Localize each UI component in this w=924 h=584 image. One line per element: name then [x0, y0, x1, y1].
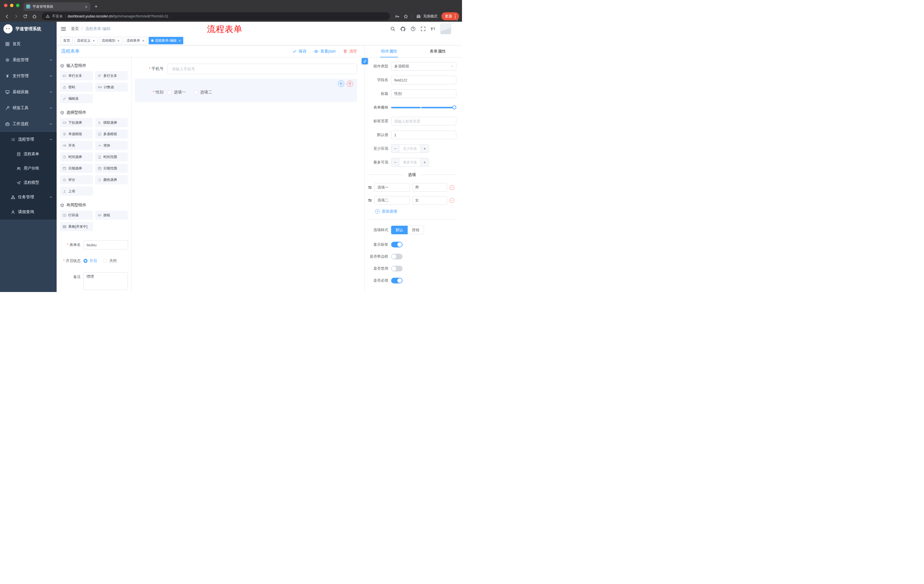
component-cascader[interactable]: 级联选择	[95, 118, 128, 127]
tag-close-icon[interactable]: ×	[92, 39, 95, 43]
sidebar-item-leave-query[interactable]: 请假查询	[0, 204, 57, 219]
remove-option-button[interactable]: −	[449, 185, 454, 190]
component-date-range[interactable]: 日期范围	[95, 164, 128, 173]
reload-button[interactable]	[21, 12, 29, 20]
save-button[interactable]: 保存	[292, 49, 307, 54]
github-icon[interactable]	[400, 26, 406, 32]
decrease-button[interactable]: −	[391, 158, 399, 166]
window-zoom-button[interactable]	[16, 4, 20, 7]
breadcrumb-home[interactable]: 首页	[71, 26, 79, 31]
sidebar-item-devtools[interactable]: 研发工具	[0, 100, 57, 116]
component-table[interactable]: 表格[开发中]	[60, 222, 93, 231]
field-name-input[interactable]	[391, 76, 456, 84]
font-size-icon[interactable]: TT	[431, 26, 436, 31]
sidebar-item-task-mgmt[interactable]: 任务管理	[0, 190, 57, 204]
style-default-button[interactable]: 默认	[391, 226, 408, 234]
help-icon[interactable]	[411, 26, 416, 31]
tag-process-definition[interactable]: 流程定义×	[74, 37, 97, 44]
sidebar-item-process-mgmt[interactable]: 流程管理	[0, 132, 57, 147]
drag-handle-icon[interactable]	[368, 185, 372, 190]
back-button[interactable]	[3, 12, 11, 20]
tag-close-icon[interactable]: ×	[179, 39, 181, 43]
decrease-button[interactable]: −	[391, 145, 399, 153]
component-textarea[interactable]: 多行文本	[95, 71, 128, 80]
phone-field-row[interactable]: 手机号	[135, 64, 357, 74]
security-warning-icon[interactable]	[46, 14, 50, 18]
increase-button[interactable]: +	[421, 158, 429, 166]
address-bar[interactable]: 不安全 dashboard.yudao.iocoder.cn/bpm/manag…	[42, 12, 390, 20]
component-rate[interactable]: 评分	[60, 175, 93, 184]
status-off-radio[interactable]: 关闭	[103, 258, 117, 263]
component-slider[interactable]: 滑块	[95, 141, 128, 150]
slider-handle[interactable]	[452, 105, 456, 109]
component-counter[interactable]: 123计数器	[95, 82, 128, 92]
selected-gender-widget[interactable]: 性别 选项一 选项二	[135, 79, 357, 102]
component-time-picker[interactable]: 时间选择	[60, 152, 93, 161]
view-json-button[interactable]: 查看json	[314, 49, 336, 54]
home-button[interactable]	[30, 12, 38, 20]
remove-option-button[interactable]: −	[449, 198, 454, 203]
component-color-picker[interactable]: 颜色选择	[95, 175, 128, 184]
component-type-select[interactable]: 多选框组	[391, 62, 456, 71]
tag-close-icon[interactable]: ×	[117, 39, 120, 43]
data-binding-link-icon[interactable]	[361, 58, 368, 64]
tag-process-form[interactable]: 流程表单×	[124, 37, 147, 44]
max-select-value[interactable]: 最多可选	[399, 158, 421, 166]
tag-process-form-edit[interactable]: 流程表单-编辑×	[148, 37, 183, 44]
increase-button[interactable]: +	[421, 145, 429, 153]
option-label-input[interactable]	[375, 183, 410, 192]
option-value-input[interactable]	[412, 183, 447, 192]
tab-component-props[interactable]: 组件属性	[365, 45, 413, 57]
component-upload[interactable]: 上传	[60, 187, 93, 196]
forward-button[interactable]	[12, 12, 20, 20]
component-button[interactable]: 按钮	[95, 211, 128, 220]
form-canvas[interactable]: 手机号 性别	[132, 58, 365, 292]
form-grid-slider[interactable]	[391, 103, 456, 112]
search-icon[interactable]	[390, 26, 395, 31]
gender-option2-checkbox[interactable]: 选项二	[194, 90, 212, 95]
tab-close-icon[interactable]: ×	[85, 5, 87, 9]
add-option-button[interactable]: + 添加选项	[368, 209, 456, 214]
component-editor[interactable]: 编辑器	[60, 94, 93, 103]
browser-menu-icon[interactable]	[455, 14, 456, 18]
sidebar-item-workflow[interactable]: 工作流程	[0, 116, 57, 132]
component-single-text[interactable]: 单行文本	[60, 71, 93, 80]
status-on-radio[interactable]: 开启	[84, 258, 97, 263]
fullscreen-icon[interactable]	[421, 26, 426, 31]
show-label-toggle[interactable]	[391, 242, 403, 247]
phone-field-input[interactable]	[168, 64, 357, 74]
drag-handle-icon[interactable]	[368, 198, 372, 202]
sidebar-logo[interactable]: 芋道管理系统	[0, 22, 57, 36]
default-value-input[interactable]	[391, 131, 456, 139]
copy-widget-button[interactable]	[338, 81, 344, 87]
border-toggle[interactable]	[391, 254, 403, 260]
password-key-icon[interactable]	[393, 13, 401, 20]
disabled-toggle[interactable]	[391, 266, 403, 271]
component-radio-group[interactable]: 单选框组	[60, 130, 93, 138]
form-remark-textarea[interactable]: 嘿嘿	[84, 272, 128, 290]
window-minimize-button[interactable]	[10, 4, 13, 7]
component-password[interactable]: 密码	[60, 82, 93, 92]
tab-form-props[interactable]: 表单属性	[413, 45, 462, 57]
gender-field-row[interactable]: 性别 选项一 选项二	[135, 88, 357, 96]
sidebar-item-infra[interactable]: 基础设施	[0, 84, 57, 100]
new-tab-button[interactable]: +	[92, 3, 100, 11]
form-name-input[interactable]	[84, 240, 128, 249]
window-close-button[interactable]	[4, 4, 7, 7]
tag-close-icon[interactable]: ×	[142, 39, 144, 43]
option-value-input[interactable]	[412, 196, 447, 204]
component-row-container[interactable]: 行容器	[60, 211, 93, 220]
slider-track[interactable]	[391, 107, 454, 108]
sidebar-item-process-model[interactable]: 流程模型	[0, 175, 57, 190]
tag-process-model[interactable]: 流程模型×	[99, 37, 122, 44]
component-date-picker[interactable]: 日期选择	[60, 164, 93, 173]
min-select-value[interactable]: 至少应选	[399, 145, 421, 153]
required-toggle[interactable]	[391, 278, 403, 283]
component-select[interactable]: 下拉选择	[60, 118, 93, 127]
title-input[interactable]	[391, 89, 456, 98]
bookmark-star-icon[interactable]	[402, 13, 409, 20]
sidebar-item-user-group[interactable]: 用户分组	[0, 161, 57, 175]
gender-option1-checkbox[interactable]: 选项一	[168, 90, 186, 95]
user-avatar[interactable]	[440, 23, 451, 34]
sidebar-collapse-icon[interactable]	[61, 26, 66, 32]
